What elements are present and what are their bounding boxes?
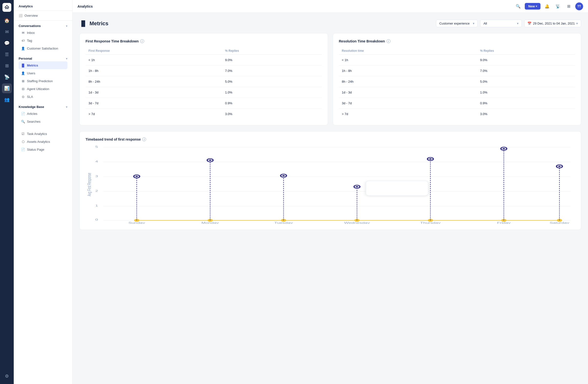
avatar[interactable]: TT <box>575 2 583 10</box>
rail-settings-icon[interactable]: ⚙ <box>2 371 12 381</box>
table-row: 1h - 8h7.0% <box>85 66 322 76</box>
searches-icon: 🔍 <box>21 119 25 123</box>
grid-button[interactable]: ⊞ <box>565 2 573 11</box>
rail-inbox-icon[interactable]: ✉ <box>2 27 12 37</box>
rail-layers-icon[interactable]: ⊞ <box>2 61 12 71</box>
rail-reports-icon[interactable]: 👥 <box>2 95 12 105</box>
range-cell: < 1h <box>339 55 477 66</box>
table-row: < 1h9.0% <box>339 55 575 66</box>
value-cell: 3.0% <box>477 109 575 119</box>
cards-row: First Response Time Breakdown i First Re… <box>79 33 581 125</box>
first-response-col2-header: % Replies <box>222 47 322 55</box>
table-row: 1d - 3d1.0% <box>85 87 322 98</box>
table-row: 1d - 3d1.0% <box>339 87 575 98</box>
range-cell: 8h - 24h <box>85 76 222 87</box>
metrics-bar-icon: ▐▌ <box>21 63 25 67</box>
topbar: Analytics 🔍 New ▾ 🔔 📡 ⊞ TT <box>73 0 588 13</box>
sidebar-item-metrics[interactable]: ▐▌ Metrics <box>19 61 67 69</box>
rail-home-icon[interactable]: 🏠 <box>2 16 12 25</box>
range-cell: 1d - 3d <box>339 87 477 98</box>
date-range-filter[interactable]: 📅 29 Dec, 2021 to 04 Jan, 2021 ▾ <box>524 20 581 27</box>
range-cell: 1d - 3d <box>85 87 222 98</box>
sidebar-header: Analytics <box>14 0 72 11</box>
resolution-time-table: Resolution time % Replies < 1h9.0%1h - 8… <box>339 47 575 119</box>
sla-icon: ⊙ <box>21 95 25 99</box>
resolution-time-title-text: Resolution Time Breakdown <box>339 39 385 43</box>
resolution-col2-header: % Replies <box>477 47 575 55</box>
topbar-title: Analytics <box>77 4 93 8</box>
status-icon: 📄 <box>21 147 25 151</box>
table-row: 8h - 24h5.0% <box>339 76 575 87</box>
sidebar-item-task-analytics[interactable]: ☑ Task Analytics <box>19 130 67 138</box>
staffing-label: Staffing Prediction <box>27 79 53 83</box>
first-response-table: First Response % Replies < 1h9.0%1h - 8h… <box>85 47 322 119</box>
value-cell: 5.0% <box>477 76 575 87</box>
new-button[interactable]: New ▾ <box>525 3 541 10</box>
sidebar-title: Analytics <box>19 4 33 8</box>
rail-analytics-icon[interactable]: 📊 <box>2 83 12 93</box>
value-cell: 9.0% <box>477 55 575 66</box>
all-filter-label: All <box>483 22 487 25</box>
sidebar-item-searches[interactable]: 🔍 Searches <box>19 117 67 125</box>
range-cell: > 7d <box>339 109 477 119</box>
new-chevron-icon: ▾ <box>536 5 537 8</box>
trend-chart-info-icon[interactable]: i <box>142 137 146 141</box>
svg-point-33 <box>209 159 211 161</box>
all-filter[interactable]: All ▾ <box>480 20 522 27</box>
user-icon: 👤 <box>21 46 25 50</box>
date-range-label: 29 Dec, 2021 to 04 Jan, 2021 <box>533 22 575 25</box>
users-icon: 👤 <box>21 71 25 75</box>
range-cell: 8h - 24h <box>339 76 477 87</box>
svg-rect-49 <box>366 181 428 196</box>
knowledge-section-title: Knowledge Base <box>19 105 44 109</box>
svg-text:Friday: Friday <box>497 221 511 224</box>
svg-text:1: 1 <box>95 204 98 207</box>
trend-chart-area: 5 4 3 2 1 0 Avg First Response <box>85 145 575 224</box>
rail-broadcast-icon[interactable]: 📡 <box>2 72 12 82</box>
conversations-section-header[interactable]: Conversations ▾ <box>19 24 67 28</box>
sidebar-item-staffing-prediction[interactable]: ⊞ Staffing Prediction <box>19 77 67 85</box>
search-button[interactable]: 🔍 <box>514 2 522 11</box>
metrics-chart-icon: ▐▌ <box>79 20 87 27</box>
personal-section-title: Personal <box>19 57 32 60</box>
sidebar-item-assets-analytics[interactable]: ⬡ Assets Analytics <box>19 138 67 145</box>
knowledge-section: Knowledge Base ▾ 📄 Articles 🔍 Searches <box>14 102 72 126</box>
metrics-label: Metrics <box>27 64 38 67</box>
sidebar-item-status-page[interactable]: 📄 Status Page <box>19 145 67 153</box>
value-cell: 1.0% <box>222 87 322 98</box>
sidebar-item-users[interactable]: 👤 Users <box>19 69 67 77</box>
sidebar-item-articles[interactable]: 📄 Articles <box>19 110 67 117</box>
trend-chart-title: Timebased trend of first response i <box>85 137 575 141</box>
trend-chart-svg: 5 4 3 2 1 0 Avg First Response <box>85 145 575 224</box>
sidebar-item-tag[interactable]: 🏷 Tag <box>19 37 67 45</box>
value-cell: 1.0% <box>477 87 575 98</box>
content: ▐▌ Metrics Customer experience ▾ All ▾ 📅… <box>73 13 588 384</box>
sidebar-overview-item[interactable]: ⬜ Overview <box>14 11 72 21</box>
searches-label: Searches <box>27 120 41 123</box>
notifications-button[interactable]: 🔔 <box>543 2 551 11</box>
assets-icon: ⬡ <box>21 140 25 144</box>
svg-text:4: 4 <box>95 160 98 163</box>
sidebar-item-customer-satisfaction[interactable]: 👤 Customer Satisfaction <box>19 45 67 52</box>
first-response-info-icon[interactable]: i <box>140 39 144 43</box>
experience-filter[interactable]: Customer experience ▾ <box>436 20 478 27</box>
experience-filter-label: Customer experience <box>439 22 470 25</box>
inbox-icon: ✉ <box>21 31 25 35</box>
task-analytics-label: Task Analytics <box>27 132 47 136</box>
rail-conversations-icon[interactable]: 💬 <box>2 38 12 48</box>
sidebar-item-sla[interactable]: ⊙ SLA <box>19 93 67 101</box>
range-cell: 3d - 7d <box>85 98 222 109</box>
personal-section-header[interactable]: Personal ▾ <box>19 57 67 60</box>
range-cell: < 1h <box>85 55 222 66</box>
page-title-row: ▐▌ Metrics <box>79 20 108 27</box>
svg-text:Saturday: Saturday <box>550 221 570 224</box>
rail-contacts-icon[interactable]: ☰ <box>2 49 12 59</box>
articles-label: Articles <box>27 112 38 115</box>
range-cell: > 7d <box>85 109 222 119</box>
filter-row: Customer experience ▾ All ▾ 📅 29 Dec, 20… <box>436 20 581 27</box>
broadcast-button[interactable]: 📡 <box>554 2 562 11</box>
resolution-time-info-icon[interactable]: i <box>387 39 390 43</box>
sidebar-item-inbox[interactable]: ✉ Inbox <box>19 29 67 37</box>
sidebar-item-agent-utilization[interactable]: ⊟ Agent Utlization <box>19 85 67 93</box>
knowledge-section-header[interactable]: Knowledge Base ▾ <box>19 105 67 109</box>
